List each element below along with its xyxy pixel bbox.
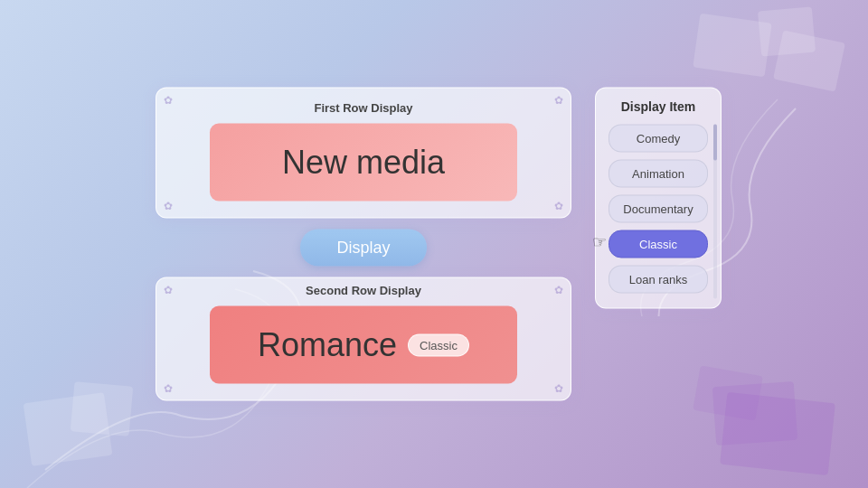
second-row-display-box: ✿ ✿ ✿ ✿ Second Row Display Romance Class… (156, 277, 571, 401)
scrollbar-track (713, 125, 717, 299)
genre-button-documentary[interactable]: Documentary (609, 195, 708, 223)
display-button[interactable]: Display (300, 230, 426, 267)
genre-button-comedy[interactable]: Comedy (609, 125, 708, 153)
genre-button-loan-ranks[interactable]: Loan ranks (609, 266, 708, 294)
classic-badge: Classic (408, 333, 469, 356)
second-corner-bl: ✿ (164, 382, 173, 395)
second-row-text: Romance (258, 326, 397, 364)
right-panel: Display Item Comedy Animation Documentar… (595, 88, 722, 309)
second-row-title: Second Row Display (306, 284, 421, 297)
genre-button-classic[interactable]: Classic (609, 230, 708, 258)
second-corner-br: ✿ (554, 382, 563, 395)
first-row-display-box: ✿ ✿ ✿ ✿ First Row Display New media (156, 88, 571, 219)
right-panel-title: Display Item (621, 99, 695, 114)
first-row-content: New media (210, 124, 517, 202)
cursor-icon: ☞ (592, 232, 607, 252)
second-row-content: Romance Classic (210, 306, 517, 384)
main-container: ✿ ✿ ✿ ✿ First Row Display New media Disp… (146, 88, 722, 401)
corner-decor-tl: ✿ (164, 94, 173, 107)
first-row-text: New media (282, 144, 445, 181)
scrollbar-thumb[interactable] (713, 125, 717, 161)
cursor-area: ☞ Classic (609, 230, 708, 258)
corner-decor-bl: ✿ (164, 200, 173, 212)
left-panel: ✿ ✿ ✿ ✿ First Row Display New media Disp… (146, 88, 580, 401)
corner-decor-br: ✿ (554, 200, 563, 212)
genre-button-animation[interactable]: Animation (609, 160, 708, 188)
corner-decor-tr: ✿ (554, 94, 563, 107)
second-corner-tl: ✿ (164, 284, 173, 296)
first-row-title: First Row Display (314, 101, 412, 115)
second-corner-tr: ✿ (554, 284, 563, 296)
